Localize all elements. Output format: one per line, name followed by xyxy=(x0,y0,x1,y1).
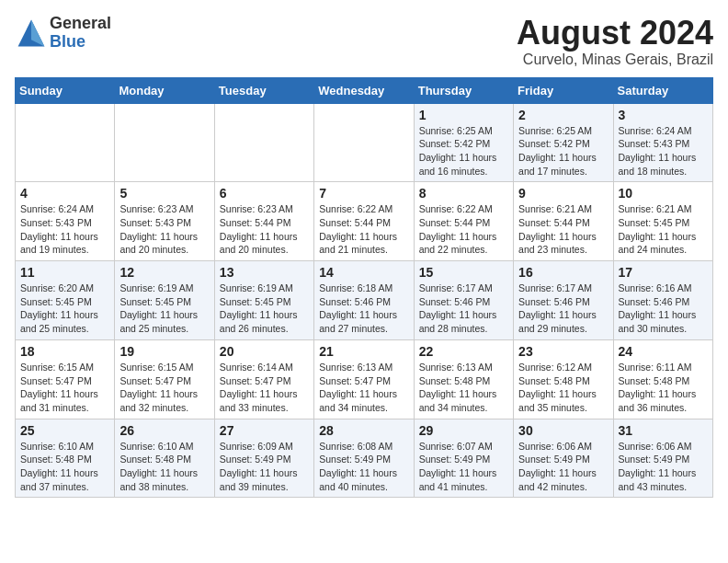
day-info: Sunrise: 6:15 AM Sunset: 5:47 PM Dayligh… xyxy=(119,361,209,415)
calendar-cell: 22Sunrise: 6:13 AM Sunset: 5:48 PM Dayli… xyxy=(414,339,513,419)
day-info: Sunrise: 6:24 AM Sunset: 5:43 PM Dayligh… xyxy=(619,124,708,178)
day-number: 17 xyxy=(619,265,708,280)
day-number: 30 xyxy=(518,423,608,438)
logo-icon xyxy=(15,17,48,50)
day-number: 29 xyxy=(419,423,508,438)
day-info: Sunrise: 6:24 AM Sunset: 5:43 PM Dayligh… xyxy=(20,202,109,257)
day-info: Sunrise: 6:15 AM Sunset: 5:47 PM Dayligh… xyxy=(20,361,109,415)
location-subtitle: Curvelo, Minas Gerais, Brazil xyxy=(517,52,713,68)
day-number: 27 xyxy=(220,423,309,438)
day-number: 12 xyxy=(119,265,209,280)
week-row-1: 1Sunrise: 6:25 AM Sunset: 5:42 PM Daylig… xyxy=(16,103,713,182)
day-info: Sunrise: 6:10 AM Sunset: 5:48 PM Dayligh… xyxy=(20,440,109,494)
logo-general: General xyxy=(50,15,111,33)
day-info: Sunrise: 6:18 AM Sunset: 5:46 PM Dayligh… xyxy=(319,282,408,336)
weekday-header-thursday: Thursday xyxy=(414,77,513,103)
day-info: Sunrise: 6:11 AM Sunset: 5:48 PM Dayligh… xyxy=(619,361,708,415)
weekday-header-friday: Friday xyxy=(514,77,613,103)
title-block: August 2024 Curvelo, Minas Gerais, Brazi… xyxy=(517,15,713,68)
day-info: Sunrise: 6:06 AM Sunset: 5:49 PM Dayligh… xyxy=(619,440,708,494)
day-number: 3 xyxy=(619,108,708,122)
day-number: 23 xyxy=(518,344,608,359)
day-info: Sunrise: 6:16 AM Sunset: 5:46 PM Dayligh… xyxy=(619,282,708,336)
day-info: Sunrise: 6:25 AM Sunset: 5:42 PM Dayligh… xyxy=(419,124,508,178)
day-number: 13 xyxy=(220,265,309,280)
day-info: Sunrise: 6:20 AM Sunset: 5:45 PM Dayligh… xyxy=(20,282,109,336)
weekday-row: SundayMondayTuesdayWednesdayThursdayFrid… xyxy=(16,77,713,103)
calendar-body: 1Sunrise: 6:25 AM Sunset: 5:42 PM Daylig… xyxy=(16,103,713,498)
day-info: Sunrise: 6:21 AM Sunset: 5:44 PM Dayligh… xyxy=(518,202,608,257)
month-year-title: August 2024 xyxy=(517,15,713,52)
day-number: 18 xyxy=(20,344,109,359)
week-row-2: 4Sunrise: 6:24 AM Sunset: 5:43 PM Daylig… xyxy=(16,182,713,261)
calendar-cell xyxy=(314,103,414,182)
day-info: Sunrise: 6:22 AM Sunset: 5:44 PM Dayligh… xyxy=(319,202,408,257)
day-number: 1 xyxy=(419,108,508,122)
logo: General Blue xyxy=(15,15,111,52)
day-info: Sunrise: 6:21 AM Sunset: 5:45 PM Dayligh… xyxy=(619,202,708,257)
calendar-table: SundayMondayTuesdayWednesdayThursdayFrid… xyxy=(15,77,713,499)
calendar-cell: 29Sunrise: 6:07 AM Sunset: 5:49 PM Dayli… xyxy=(414,419,513,498)
day-info: Sunrise: 6:23 AM Sunset: 5:44 PM Dayligh… xyxy=(220,202,309,257)
calendar-cell: 5Sunrise: 6:23 AM Sunset: 5:43 PM Daylig… xyxy=(115,182,214,261)
day-info: Sunrise: 6:08 AM Sunset: 5:49 PM Dayligh… xyxy=(319,440,408,494)
calendar-cell xyxy=(115,103,214,182)
weekday-header-sunday: Sunday xyxy=(16,77,115,103)
weekday-header-wednesday: Wednesday xyxy=(314,77,414,103)
calendar-cell: 15Sunrise: 6:17 AM Sunset: 5:46 PM Dayli… xyxy=(414,261,513,340)
day-number: 14 xyxy=(319,265,408,280)
day-number: 22 xyxy=(419,344,508,359)
calendar-cell: 31Sunrise: 6:06 AM Sunset: 5:49 PM Dayli… xyxy=(613,419,712,498)
day-info: Sunrise: 6:23 AM Sunset: 5:43 PM Dayligh… xyxy=(119,202,209,257)
day-number: 24 xyxy=(619,344,708,359)
day-number: 16 xyxy=(518,265,608,280)
day-number: 15 xyxy=(419,265,508,280)
day-number: 4 xyxy=(20,186,109,201)
calendar-cell: 7Sunrise: 6:22 AM Sunset: 5:44 PM Daylig… xyxy=(314,182,414,261)
calendar-cell: 21Sunrise: 6:13 AM Sunset: 5:47 PM Dayli… xyxy=(314,339,414,419)
calendar-cell: 1Sunrise: 6:25 AM Sunset: 5:42 PM Daylig… xyxy=(414,103,513,182)
day-info: Sunrise: 6:19 AM Sunset: 5:45 PM Dayligh… xyxy=(119,282,209,336)
day-number: 31 xyxy=(619,423,708,438)
calendar-cell: 4Sunrise: 6:24 AM Sunset: 5:43 PM Daylig… xyxy=(16,182,115,261)
calendar-cell xyxy=(16,103,115,182)
calendar-cell: 18Sunrise: 6:15 AM Sunset: 5:47 PM Dayli… xyxy=(16,339,115,419)
day-info: Sunrise: 6:07 AM Sunset: 5:49 PM Dayligh… xyxy=(419,440,508,494)
calendar-cell: 11Sunrise: 6:20 AM Sunset: 5:45 PM Dayli… xyxy=(16,261,115,340)
calendar-cell: 2Sunrise: 6:25 AM Sunset: 5:42 PM Daylig… xyxy=(514,103,613,182)
day-info: Sunrise: 6:17 AM Sunset: 5:46 PM Dayligh… xyxy=(518,282,608,336)
calendar-cell: 13Sunrise: 6:19 AM Sunset: 5:45 PM Dayli… xyxy=(214,261,313,340)
day-number: 21 xyxy=(319,344,408,359)
day-number: 11 xyxy=(20,265,109,280)
day-number: 2 xyxy=(518,108,608,122)
calendar-cell: 28Sunrise: 6:08 AM Sunset: 5:49 PM Dayli… xyxy=(314,419,414,498)
day-number: 5 xyxy=(119,186,209,201)
calendar-cell: 30Sunrise: 6:06 AM Sunset: 5:49 PM Dayli… xyxy=(514,419,613,498)
calendar-header: SundayMondayTuesdayWednesdayThursdayFrid… xyxy=(16,77,713,103)
day-info: Sunrise: 6:17 AM Sunset: 5:46 PM Dayligh… xyxy=(419,282,508,336)
calendar-cell: 10Sunrise: 6:21 AM Sunset: 5:45 PM Dayli… xyxy=(613,182,712,261)
day-number: 7 xyxy=(319,186,408,201)
day-info: Sunrise: 6:19 AM Sunset: 5:45 PM Dayligh… xyxy=(220,282,309,336)
calendar-cell: 9Sunrise: 6:21 AM Sunset: 5:44 PM Daylig… xyxy=(514,182,613,261)
day-number: 25 xyxy=(20,423,109,438)
calendar-cell: 26Sunrise: 6:10 AM Sunset: 5:48 PM Dayli… xyxy=(115,419,214,498)
day-info: Sunrise: 6:10 AM Sunset: 5:48 PM Dayligh… xyxy=(119,440,209,494)
day-number: 19 xyxy=(119,344,209,359)
calendar-cell: 14Sunrise: 6:18 AM Sunset: 5:46 PM Dayli… xyxy=(314,261,414,340)
day-number: 6 xyxy=(220,186,309,201)
calendar-cell: 17Sunrise: 6:16 AM Sunset: 5:46 PM Dayli… xyxy=(613,261,712,340)
calendar-cell: 8Sunrise: 6:22 AM Sunset: 5:44 PM Daylig… xyxy=(414,182,513,261)
day-info: Sunrise: 6:25 AM Sunset: 5:42 PM Dayligh… xyxy=(518,124,608,178)
calendar-cell: 16Sunrise: 6:17 AM Sunset: 5:46 PM Dayli… xyxy=(514,261,613,340)
day-info: Sunrise: 6:22 AM Sunset: 5:44 PM Dayligh… xyxy=(419,202,508,257)
day-number: 9 xyxy=(518,186,608,201)
day-number: 26 xyxy=(119,423,209,438)
calendar-cell xyxy=(214,103,313,182)
day-info: Sunrise: 6:13 AM Sunset: 5:47 PM Dayligh… xyxy=(319,361,408,415)
weekday-header-saturday: Saturday xyxy=(613,77,712,103)
day-info: Sunrise: 6:09 AM Sunset: 5:49 PM Dayligh… xyxy=(220,440,309,494)
day-number: 10 xyxy=(619,186,708,201)
week-row-4: 18Sunrise: 6:15 AM Sunset: 5:47 PM Dayli… xyxy=(16,339,713,419)
page-header: General Blue August 2024 Curvelo, Minas … xyxy=(15,15,713,68)
